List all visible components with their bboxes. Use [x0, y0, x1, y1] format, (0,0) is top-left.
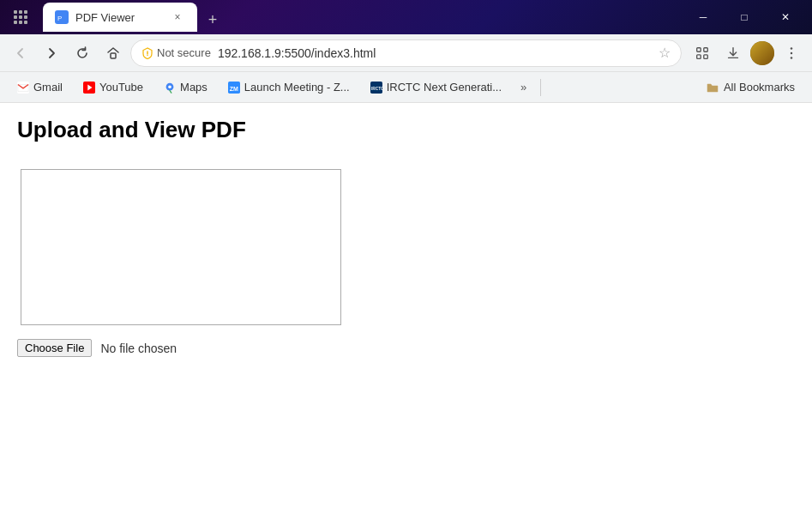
bookmark-star-icon[interactable]: ☆ [659, 45, 671, 61]
tab-close-button[interactable]: × [170, 9, 185, 25]
tab-favicon-icon: P [55, 10, 69, 24]
navigation-bar: Not secure 192.168.1.9:5500/index3.html … [0, 34, 812, 72]
bookmark-irctc-label: IRCTC Next Generati... [387, 81, 502, 94]
maximize-button[interactable]: □ [725, 3, 764, 31]
zoom-icon: ZM [228, 82, 240, 94]
bookmark-maps-label: Maps [180, 81, 208, 94]
active-tab[interactable]: P PDF Viewer × [43, 3, 197, 32]
security-indicator: Not secure [141, 46, 211, 59]
forward-button[interactable] [38, 39, 65, 67]
svg-point-20 [791, 57, 793, 59]
irctc-icon: IRCTC [370, 82, 382, 94]
svg-rect-4 [19, 15, 22, 19]
svg-rect-2 [24, 10, 27, 14]
svg-point-25 [168, 85, 171, 88]
browser-window: P PDF Viewer × + ─ □ ✕ [0, 0, 812, 520]
svg-text:ZM: ZM [230, 85, 238, 91]
svg-rect-8 [24, 21, 27, 24]
svg-rect-6 [14, 21, 17, 24]
svg-rect-15 [704, 47, 708, 51]
bookmark-youtube[interactable]: YouTube [75, 77, 152, 97]
bookmark-zoom[interactable]: ZM Launch Meeting - Z... [220, 77, 358, 97]
no-file-label: No file chosen [100, 342, 177, 355]
bookmark-irctc[interactable]: IRCTC IRCTC Next Generati... [362, 77, 510, 97]
choose-file-button[interactable]: Choose File [17, 339, 92, 357]
all-bookmarks-label: All Bookmarks [724, 81, 795, 94]
tab-strip: P PDF Viewer × + [43, 3, 671, 32]
svg-rect-14 [697, 47, 701, 51]
gmail-icon [17, 82, 29, 94]
title-bar: P PDF Viewer × + ─ □ ✕ [0, 0, 812, 34]
folder-icon [707, 82, 719, 94]
svg-rect-1 [19, 10, 22, 14]
all-bookmarks-button[interactable]: All Bookmarks [698, 77, 803, 97]
svg-point-13 [147, 54, 147, 55]
svg-rect-0 [14, 10, 17, 14]
bookmark-gmail-label: Gmail [33, 81, 63, 94]
back-button[interactable] [7, 39, 34, 67]
apps-button[interactable] [7, 3, 34, 31]
bookmarks-bar: Gmail YouTube Maps ZM Launch M [0, 72, 812, 103]
security-text: Not secure [157, 46, 211, 59]
svg-rect-16 [697, 54, 701, 58]
pdf-preview-area [21, 169, 341, 325]
close-button[interactable]: ✕ [766, 3, 805, 31]
maps-icon [164, 82, 176, 94]
nav-action-icons [689, 39, 805, 67]
svg-rect-17 [704, 54, 708, 58]
bookmarks-separator [540, 79, 541, 96]
bookmark-gmail[interactable]: Gmail [9, 77, 71, 97]
menu-button[interactable] [778, 39, 805, 67]
youtube-icon [83, 82, 95, 94]
svg-rect-3 [14, 15, 17, 19]
svg-point-19 [791, 51, 793, 54]
url-text: 192.168.1.9:5500/index3.html [218, 46, 652, 60]
svg-text:P: P [57, 15, 62, 22]
window-controls: ─ □ ✕ [683, 3, 805, 31]
bookmark-maps[interactable]: Maps [155, 77, 216, 97]
home-button[interactable] [99, 39, 127, 67]
bookmark-youtube-label: YouTube [99, 81, 143, 94]
download-button[interactable] [719, 39, 747, 67]
svg-point-18 [791, 47, 793, 50]
svg-text:IRCTC: IRCTC [371, 86, 382, 90]
page-heading: Upload and View PDF [17, 117, 795, 143]
bookmarks-more-button[interactable]: » [514, 77, 533, 97]
new-tab-button[interactable]: + [201, 8, 225, 32]
address-bar[interactable]: Not secure 192.168.1.9:5500/index3.html … [130, 39, 682, 67]
reload-button[interactable] [69, 39, 96, 67]
file-input-row: Choose File No file chosen [17, 339, 795, 357]
svg-rect-5 [24, 15, 27, 19]
page-content: Upload and View PDF Choose File No file … [0, 103, 812, 520]
svg-rect-7 [19, 21, 22, 24]
extensions-button[interactable] [689, 39, 716, 67]
profile-button[interactable] [750, 41, 774, 65]
svg-rect-11 [111, 53, 116, 58]
profile-avatar [750, 41, 774, 65]
minimize-button[interactable]: ─ [683, 3, 723, 31]
tab-title-label: PDF Viewer [75, 11, 163, 24]
bookmark-zoom-label: Launch Meeting - Z... [244, 81, 350, 94]
